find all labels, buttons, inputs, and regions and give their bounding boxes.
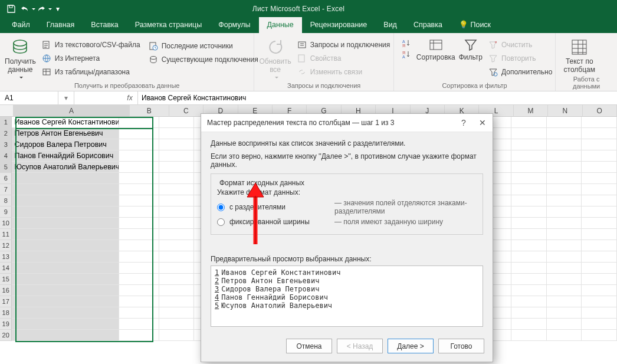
cell-C13[interactable] xyxy=(159,251,195,263)
cell-N19[interactable] xyxy=(547,319,582,330)
cell-O16[interactable] xyxy=(582,285,617,296)
tab-рецензирование[interactable]: Рецензирование xyxy=(302,17,376,33)
cancel-button[interactable]: Отмена xyxy=(286,339,332,353)
cell-O4[interactable] xyxy=(582,150,617,162)
cell-O12[interactable] xyxy=(582,240,617,251)
cell-B11[interactable] xyxy=(119,229,159,240)
cell-A11[interactable] xyxy=(12,229,119,240)
col-header-C[interactable]: C xyxy=(169,105,204,117)
cell-N6[interactable] xyxy=(547,173,582,184)
cell-A19[interactable] xyxy=(12,319,119,330)
cell-A2[interactable]: Петров Антон Евгеньевич xyxy=(12,128,119,139)
cell-N11[interactable] xyxy=(547,229,582,240)
cell-N7[interactable] xyxy=(547,184,582,195)
cell-O2[interactable] xyxy=(582,128,617,139)
cell-B9[interactable] xyxy=(119,206,159,218)
row-header-2[interactable]: 2 xyxy=(0,128,12,139)
cell-M18[interactable] xyxy=(511,307,547,319)
help-button[interactable]: ? xyxy=(455,118,472,127)
row-header-12[interactable]: 12 xyxy=(0,240,12,251)
row-header-15[interactable]: 15 xyxy=(0,274,12,285)
fx-icon[interactable]: fx xyxy=(122,91,138,104)
cell-C4[interactable] xyxy=(159,150,195,162)
finish-button[interactable]: Готово xyxy=(438,339,484,353)
cell-C15[interactable] xyxy=(159,274,195,285)
tab-справка[interactable]: Справка xyxy=(405,17,451,33)
cell-M5[interactable] xyxy=(511,162,547,173)
cell-C8[interactable] xyxy=(159,195,195,206)
col-header-B[interactable]: B xyxy=(130,105,169,117)
row-header-6[interactable]: 6 xyxy=(0,173,12,184)
cell-N16[interactable] xyxy=(547,285,582,296)
cell-O6[interactable] xyxy=(582,173,617,184)
cell-M13[interactable] xyxy=(511,251,547,263)
radio-delimited-label[interactable]: с разделителями xyxy=(229,203,330,211)
cell-B13[interactable] xyxy=(119,251,159,263)
qat-customize-icon[interactable]: ▾ xyxy=(53,1,63,17)
row-header-10[interactable]: 10 xyxy=(0,218,12,229)
cell-N15[interactable] xyxy=(547,274,582,285)
formula-input[interactable] xyxy=(138,94,617,102)
cell-O14[interactable] xyxy=(582,263,617,274)
cell-B19[interactable] xyxy=(119,319,159,330)
cell-O10[interactable] xyxy=(582,218,617,229)
cell-M12[interactable] xyxy=(511,240,547,251)
row-header-4[interactable]: 4 xyxy=(0,150,12,162)
cell-A5[interactable]: Юсупов Анатолий Валерьевич xyxy=(12,162,119,173)
cell-B5[interactable] xyxy=(119,162,159,173)
cell-B18[interactable] xyxy=(119,307,159,319)
cell-O5[interactable] xyxy=(582,162,617,173)
cell-A20[interactable] xyxy=(12,330,119,341)
cell-O19[interactable] xyxy=(582,319,617,330)
cell-O9[interactable] xyxy=(582,206,617,218)
radio-fixed[interactable] xyxy=(217,218,225,226)
cell-A1[interactable]: Иванов Сергей Константинович xyxy=(12,117,119,128)
cell-M14[interactable] xyxy=(511,263,547,274)
from-table-button[interactable]: Из таблицы/диапазона xyxy=(40,66,143,78)
cell-C5[interactable] xyxy=(159,162,195,173)
cell-O3[interactable] xyxy=(582,139,617,150)
cell-A6[interactable] xyxy=(12,173,119,184)
cell-O7[interactable] xyxy=(582,184,617,195)
cell-A9[interactable] xyxy=(12,206,119,218)
refresh-all-button[interactable]: Обновить все xyxy=(259,35,291,81)
cell-N1[interactable] xyxy=(547,117,582,128)
tab-поиск[interactable]: 💡 Поиск xyxy=(451,17,499,33)
cell-B17[interactable] xyxy=(119,296,159,307)
save-icon[interactable] xyxy=(4,1,19,17)
cell-C16[interactable] xyxy=(159,285,195,296)
cell-N9[interactable] xyxy=(547,206,582,218)
cell-M20[interactable] xyxy=(511,330,547,341)
preview-box[interactable]: 1Иванов Сергей Константинович2Петров Ант… xyxy=(211,265,483,327)
cell-O17[interactable] xyxy=(582,296,617,307)
cell-M10[interactable] xyxy=(511,218,547,229)
col-header-A[interactable]: A xyxy=(14,105,130,117)
cell-N18[interactable] xyxy=(547,307,582,319)
sort-asc-button[interactable]: AЯ xyxy=(399,38,413,48)
cell-C20[interactable] xyxy=(159,330,195,341)
tab-разметка страницы[interactable]: Разметка страницы xyxy=(127,17,210,33)
row-header-20[interactable]: 20 xyxy=(0,330,12,341)
row-header-19[interactable]: 19 xyxy=(0,319,12,330)
from-text-csv-button[interactable]: Из текстового/CSV-файла xyxy=(40,39,143,51)
cell-N4[interactable] xyxy=(547,150,582,162)
cell-B7[interactable] xyxy=(119,184,159,195)
cell-C10[interactable] xyxy=(159,218,195,229)
cell-O18[interactable] xyxy=(582,307,617,319)
cell-M9[interactable] xyxy=(511,206,547,218)
cell-A15[interactable] xyxy=(12,274,119,285)
cell-N14[interactable] xyxy=(547,263,582,274)
row-header-7[interactable]: 7 xyxy=(0,184,12,195)
cell-M1[interactable] xyxy=(511,117,547,128)
cell-M2[interactable] xyxy=(511,128,547,139)
cell-C6[interactable] xyxy=(159,173,195,184)
cell-B8[interactable] xyxy=(119,195,159,206)
cell-C17[interactable] xyxy=(159,296,195,307)
cell-C7[interactable] xyxy=(159,184,195,195)
cell-A14[interactable] xyxy=(12,263,119,274)
cell-C3[interactable] xyxy=(159,139,195,150)
cell-B1[interactable] xyxy=(119,117,159,128)
existing-connections-button[interactable]: Существующие подключения xyxy=(146,54,261,65)
cell-B14[interactable] xyxy=(119,263,159,274)
cell-C2[interactable] xyxy=(159,128,195,139)
